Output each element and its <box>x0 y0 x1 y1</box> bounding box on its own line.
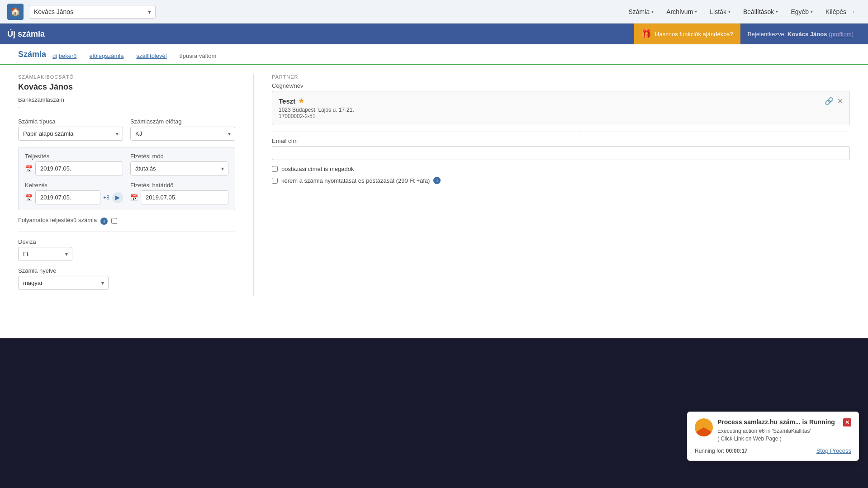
main-content: Számla díjbekérő előlegszámla szállítóle… <box>0 44 868 338</box>
nav-item-szamla[interactable]: Számla ▾ <box>623 5 659 18</box>
fizetesi-hataridő-calendar-icon[interactable]: 📅 <box>130 194 138 201</box>
fizetesi-mod-col: Fizetési mód átutalás <box>130 153 228 175</box>
form-right: PARTNER Cégnév/név Teszt ★ 1023 Budapest… <box>253 74 850 296</box>
nav-item-kilepes[interactable]: Kilépés → <box>820 5 861 18</box>
egyeb-dropdown-icon: ▾ <box>811 9 813 14</box>
nav-item-egyeb[interactable]: Egyéb ▾ <box>785 5 818 18</box>
folyamatos-label: Folyamatos teljesítésű számla <box>18 217 97 223</box>
prefix-wrapper: KJ <box>130 127 235 141</box>
email-input[interactable] <box>272 146 850 160</box>
header-bar: Új számla 🎁 Hasznos funkciók ajándékba? … <box>0 24 868 44</box>
nav-right: Számla ▾ Archívum ▾ Listák ▾ Beállítások… <box>623 5 861 18</box>
tab-elolegszamla[interactable]: előlegszámla <box>83 50 130 65</box>
fizetesi-mod-wrapper: átutalás <box>130 161 228 175</box>
partner-tax: 17000002-2-51 <box>279 113 354 119</box>
fizetesi-hataridő-col: Fizetési határidő 📅 <box>130 182 228 204</box>
deviza-row: Deviza Ft <box>18 238 235 261</box>
cegnev-label: Cégnév/név <box>272 82 850 89</box>
beallitasok-dropdown-icon: ▾ <box>776 9 778 14</box>
bank-value: - <box>18 104 235 111</box>
teljesites-date-wrapper: 📅 <box>25 161 123 175</box>
fizetesi-mod-label: Fizetési mód <box>130 153 228 160</box>
form-area: SZÁMLAKIBOCSÁTÓ Kovács János Bankszámlas… <box>0 65 868 305</box>
form-left: SZÁMLAKIBOCSÁTÓ Kovács János Bankszámlas… <box>18 74 253 296</box>
szamla-dropdown-icon: ▾ <box>651 9 654 14</box>
listak-dropdown-icon: ▾ <box>728 9 730 14</box>
print-checkbox[interactable] <box>272 178 278 184</box>
nyelv-select[interactable]: magyar <box>18 276 109 290</box>
partner-actions: 🔗 ✕ <box>825 97 843 105</box>
fizetesi-hataridő-date-wrapper: 📅 <box>130 190 228 204</box>
kilepes-icon: → <box>849 8 855 15</box>
keltezés-calendar-icon[interactable]: 📅 <box>25 194 33 201</box>
gift-icon: 🎁 <box>641 29 651 39</box>
partner-edit-button[interactable]: 🔗 <box>825 97 834 105</box>
partner-name-row: Teszt ★ <box>279 97 354 105</box>
tab-szallitolevel[interactable]: szállítólevél <box>130 50 173 65</box>
nav-item-beallitasok[interactable]: Beállítások ▾ <box>738 5 783 18</box>
tab-szamla[interactable]: Számla <box>18 50 46 65</box>
issuer-section-label: SZÁMLAKIBOCSÁTÓ <box>18 74 235 80</box>
login-info: Bejelentkezve: Kovács János (profilom) <box>740 31 861 38</box>
invoice-type-row: Számla típusa Papír alapú számla Számlas… <box>18 118 235 141</box>
keltezés-col: Keltezés 📅 +8 ▶ <box>25 182 123 204</box>
keltezés-plus[interactable]: +8 <box>103 194 109 201</box>
postal-checkbox-row: postázási címet is megadok <box>272 166 850 172</box>
keltezés-date-wrapper: 📅 +8 ▶ <box>25 190 123 204</box>
tab-dijbekero[interactable]: díjbekérő <box>46 50 83 65</box>
teljesites-calendar-icon[interactable]: 📅 <box>25 165 33 172</box>
invoice-type-wrapper: Papír alapú számla <box>18 127 123 141</box>
deviza-label: Deviza <box>18 238 235 245</box>
partner-address: 1023 Budapest, Lajos u. 17-21. <box>279 107 354 113</box>
fizetesi-mod-select[interactable]: átutalás <box>130 161 228 175</box>
archivum-dropdown-icon: ▾ <box>695 9 697 14</box>
keltezés-label: Keltezés <box>25 182 123 189</box>
email-label: Email cím <box>272 137 850 144</box>
nyelv-label: Számla nyelve <box>18 267 235 274</box>
invoice-type-label: Számla típusa <box>18 118 123 125</box>
org-selector-wrapper: Kovács János ▾ <box>29 5 156 19</box>
keltezés-hataridő-row: Keltezés 📅 +8 ▶ Fizetési határidő 📅 <box>25 182 228 204</box>
top-navigation: 🏠 Kovács János ▾ Számla ▾ Archívum ▾ Lis… <box>0 0 868 24</box>
postal-checkbox[interactable] <box>272 166 278 172</box>
partner-section-label: PARTNER <box>272 74 850 80</box>
org-select[interactable]: Kovács János <box>29 5 156 19</box>
partner-card: Teszt ★ 1023 Budapest, Lajos u. 17-21. 1… <box>272 91 850 125</box>
invoice-type-col: Számla típusa Papír alapú számla <box>18 118 123 141</box>
deviza-select-wrapper: Ft <box>18 247 72 261</box>
prefix-select[interactable]: KJ <box>130 127 235 141</box>
postal-checkbox-label: postázási címet is megadok <box>281 166 354 172</box>
partner-star-icon[interactable]: ★ <box>298 97 304 105</box>
invoice-type-select[interactable]: Papír alapú számla <box>18 127 123 141</box>
tab-bar: Számla díjbekérő előlegszámla szállítóle… <box>0 44 868 65</box>
home-button[interactable]: 🏠 <box>7 4 24 20</box>
print-info-icon[interactable]: i <box>433 177 441 184</box>
prefix-label: Számlaszám előtag <box>130 118 235 125</box>
keltezés-arrow-btn[interactable]: ▶ <box>112 192 123 203</box>
print-checkbox-row: kérem a számla nyomtatását és postázását… <box>272 177 850 184</box>
deviza-select[interactable]: Ft <box>18 247 72 261</box>
issuer-name: Kovács János <box>18 82 235 92</box>
keltezés-input[interactable] <box>35 190 100 204</box>
separator <box>272 132 850 132</box>
bank-label: Bankszámlaszám <box>18 96 235 103</box>
promo-box[interactable]: 🎁 Hasznos funkciók ajándékba? <box>634 24 740 44</box>
nav-item-archivum[interactable]: Archívum ▾ <box>661 5 702 18</box>
prefix-col: Számlaszám előtag KJ <box>130 118 235 141</box>
nyelv-select-wrapper: magyar <box>18 276 109 290</box>
teljesites-fizmod-row: Teljesítés 📅 Fizetési mód átutalás <box>25 153 228 175</box>
folyamatos-checkbox[interactable] <box>111 218 117 224</box>
folyamatos-info-icon[interactable]: i <box>100 218 108 225</box>
teljesites-input[interactable] <box>35 161 123 175</box>
folyamatos-row: Folyamatos teljesítésű számla i <box>18 217 235 225</box>
teljesites-label: Teljesítés <box>25 153 123 160</box>
fizetesi-hataridő-input[interactable] <box>141 190 228 204</box>
partner-remove-button[interactable]: ✕ <box>837 97 843 105</box>
promo-text: Hasznos funkciók ajándékba? <box>655 31 733 38</box>
fizetesi-hataridő-label: Fizetési határidő <box>130 182 228 189</box>
teljesites-col: Teljesítés 📅 <box>25 153 123 175</box>
nyelv-row: Számla nyelve magyar <box>18 267 235 290</box>
nav-item-listak[interactable]: Listák ▾ <box>704 5 736 18</box>
page-title: Új számla <box>7 29 634 39</box>
profile-link[interactable]: (profilom) <box>829 31 854 38</box>
